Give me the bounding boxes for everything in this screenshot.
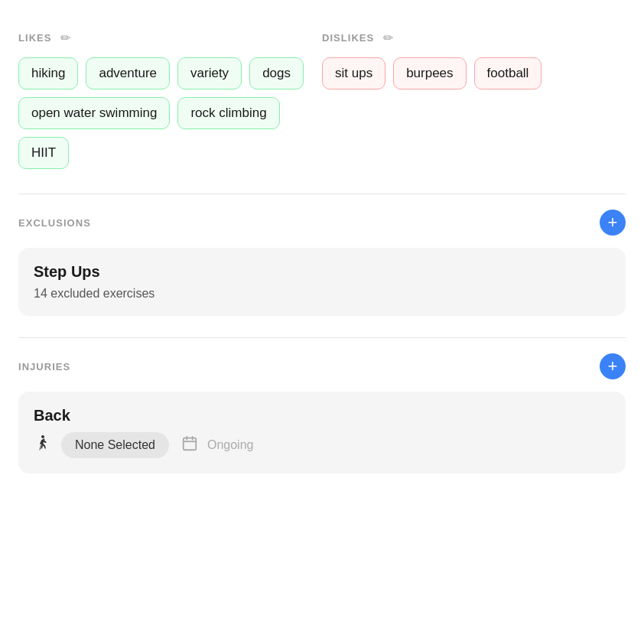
- dislikes-column: DISLIKES ✏ sit upsburpeesfootball: [322, 31, 626, 169]
- divider-2: [18, 337, 626, 338]
- ongoing-text: Ongoing: [207, 438, 254, 452]
- like-tag[interactable]: variety: [177, 57, 242, 89]
- like-tag[interactable]: open water swimming: [18, 97, 170, 129]
- exclusions-card-title: Step Ups: [34, 263, 610, 281]
- likes-title: LIKES: [18, 32, 51, 44]
- injuries-row: INJURIES +: [18, 353, 626, 379]
- injuries-title: INJURIES: [18, 361, 70, 372]
- like-tag[interactable]: adventure: [86, 57, 170, 89]
- likes-edit-icon[interactable]: ✏: [60, 31, 70, 45]
- like-tag[interactable]: dogs: [249, 57, 304, 89]
- exclusions-card[interactable]: Step Ups 14 excluded exercises: [18, 248, 626, 316]
- likes-column: LIKES ✏ hikingadventurevarietydogsopen w…: [18, 31, 322, 169]
- like-tag[interactable]: hiking: [18, 57, 78, 89]
- exclusions-section: EXCLUSIONS + Step Ups 14 excluded exerci…: [18, 210, 626, 316]
- exclusions-add-button[interactable]: +: [600, 210, 626, 236]
- exclusions-card-subtitle: 14 excluded exercises: [34, 287, 610, 301]
- dislikes-title: DISLIKES: [322, 32, 374, 44]
- like-tag[interactable]: HIIT: [18, 137, 69, 169]
- dislikes-edit-icon[interactable]: ✏: [383, 31, 393, 45]
- exclusions-title: EXCLUSIONS: [18, 217, 91, 229]
- calendar-icon: [181, 435, 198, 456]
- page-container: LIKES ✏ hikingadventurevarietydogsopen w…: [0, 0, 644, 513]
- injury-row: None Selected Ongoing: [34, 432, 610, 458]
- svg-rect-1: [184, 437, 197, 450]
- like-tag[interactable]: rock climbing: [177, 97, 279, 129]
- injury-card[interactable]: Back None Selected: [18, 392, 626, 473]
- svg-point-0: [41, 435, 44, 438]
- dislike-tag[interactable]: football: [474, 57, 542, 89]
- likes-dislikes-section: LIKES ✏ hikingadventurevarietydogsopen w…: [18, 31, 626, 169]
- dislikes-header: DISLIKES ✏: [322, 31, 626, 45]
- dislike-tag[interactable]: burpees: [393, 57, 466, 89]
- walking-icon: [34, 434, 52, 457]
- injuries-add-button[interactable]: +: [600, 353, 626, 379]
- exclusions-row: EXCLUSIONS +: [18, 210, 626, 236]
- likes-header: LIKES ✏: [18, 31, 322, 45]
- injury-card-title: Back: [34, 407, 610, 424]
- divider-1: [18, 194, 626, 194]
- injuries-section: INJURIES + Back None Selected: [18, 353, 626, 473]
- none-selected-pill[interactable]: None Selected: [61, 432, 169, 458]
- dislike-tag[interactable]: sit ups: [322, 57, 385, 89]
- likes-tags: hikingadventurevarietydogsopen water swi…: [18, 57, 322, 169]
- dislikes-tags: sit upsburpeesfootball: [322, 57, 626, 89]
